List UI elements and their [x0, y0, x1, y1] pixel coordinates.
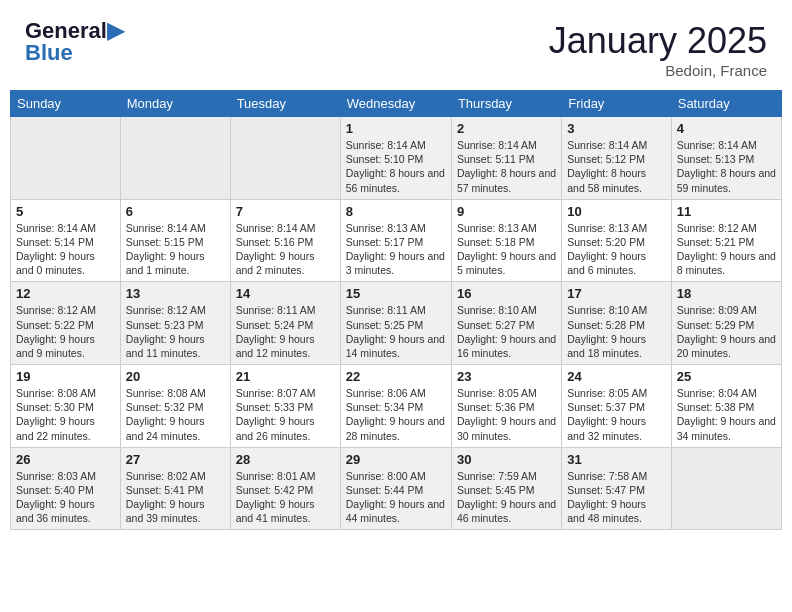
day-info: Sunrise: 8:14 AM Sunset: 5:15 PM Dayligh… — [126, 221, 225, 278]
day-info: Sunrise: 8:05 AM Sunset: 5:36 PM Dayligh… — [457, 386, 556, 443]
title-block: January 2025 Bedoin, France — [549, 20, 767, 79]
day-number: 22 — [346, 369, 446, 384]
calendar-cell: 31Sunrise: 7:58 AM Sunset: 5:47 PM Dayli… — [562, 447, 671, 530]
day-info: Sunrise: 8:05 AM Sunset: 5:37 PM Dayligh… — [567, 386, 665, 443]
calendar-cell: 1Sunrise: 8:14 AM Sunset: 5:10 PM Daylig… — [340, 117, 451, 200]
calendar-cell: 20Sunrise: 8:08 AM Sunset: 5:32 PM Dayli… — [120, 365, 230, 448]
day-info: Sunrise: 8:14 AM Sunset: 5:16 PM Dayligh… — [236, 221, 335, 278]
day-number: 31 — [567, 452, 665, 467]
day-info: Sunrise: 8:14 AM Sunset: 5:11 PM Dayligh… — [457, 138, 556, 195]
day-info: Sunrise: 7:59 AM Sunset: 5:45 PM Dayligh… — [457, 469, 556, 526]
day-info: Sunrise: 8:08 AM Sunset: 5:30 PM Dayligh… — [16, 386, 115, 443]
calendar-week-row: 1Sunrise: 8:14 AM Sunset: 5:10 PM Daylig… — [11, 117, 782, 200]
calendar-cell: 14Sunrise: 8:11 AM Sunset: 5:24 PM Dayli… — [230, 282, 340, 365]
day-number: 10 — [567, 204, 665, 219]
logo-blue: Blue — [25, 40, 73, 66]
day-info: Sunrise: 8:10 AM Sunset: 5:28 PM Dayligh… — [567, 303, 665, 360]
day-info: Sunrise: 8:14 AM Sunset: 5:10 PM Dayligh… — [346, 138, 446, 195]
calendar-cell: 7Sunrise: 8:14 AM Sunset: 5:16 PM Daylig… — [230, 199, 340, 282]
page-header: General▶ Blue January 2025 Bedoin, Franc… — [10, 10, 782, 84]
day-info: Sunrise: 8:14 AM Sunset: 5:12 PM Dayligh… — [567, 138, 665, 195]
day-number: 25 — [677, 369, 776, 384]
day-info: Sunrise: 8:14 AM Sunset: 5:14 PM Dayligh… — [16, 221, 115, 278]
day-info: Sunrise: 8:06 AM Sunset: 5:34 PM Dayligh… — [346, 386, 446, 443]
calendar-cell: 23Sunrise: 8:05 AM Sunset: 5:36 PM Dayli… — [451, 365, 561, 448]
day-number: 9 — [457, 204, 556, 219]
day-number: 14 — [236, 286, 335, 301]
calendar-cell: 22Sunrise: 8:06 AM Sunset: 5:34 PM Dayli… — [340, 365, 451, 448]
day-header-monday: Monday — [120, 91, 230, 117]
calendar-cell — [230, 117, 340, 200]
calendar-cell: 16Sunrise: 8:10 AM Sunset: 5:27 PM Dayli… — [451, 282, 561, 365]
calendar-cell: 13Sunrise: 8:12 AM Sunset: 5:23 PM Dayli… — [120, 282, 230, 365]
calendar-cell: 21Sunrise: 8:07 AM Sunset: 5:33 PM Dayli… — [230, 365, 340, 448]
day-number: 16 — [457, 286, 556, 301]
day-number: 15 — [346, 286, 446, 301]
day-number: 28 — [236, 452, 335, 467]
calendar-cell: 2Sunrise: 8:14 AM Sunset: 5:11 PM Daylig… — [451, 117, 561, 200]
day-header-wednesday: Wednesday — [340, 91, 451, 117]
calendar-cell: 30Sunrise: 7:59 AM Sunset: 5:45 PM Dayli… — [451, 447, 561, 530]
calendar-week-row: 26Sunrise: 8:03 AM Sunset: 5:40 PM Dayli… — [11, 447, 782, 530]
location: Bedoin, France — [549, 62, 767, 79]
day-info: Sunrise: 8:08 AM Sunset: 5:32 PM Dayligh… — [126, 386, 225, 443]
month-title: January 2025 — [549, 20, 767, 62]
day-info: Sunrise: 8:13 AM Sunset: 5:18 PM Dayligh… — [457, 221, 556, 278]
day-info: Sunrise: 8:07 AM Sunset: 5:33 PM Dayligh… — [236, 386, 335, 443]
calendar-week-row: 12Sunrise: 8:12 AM Sunset: 5:22 PM Dayli… — [11, 282, 782, 365]
calendar-cell: 12Sunrise: 8:12 AM Sunset: 5:22 PM Dayli… — [11, 282, 121, 365]
day-header-thursday: Thursday — [451, 91, 561, 117]
day-info: Sunrise: 8:00 AM Sunset: 5:44 PM Dayligh… — [346, 469, 446, 526]
calendar-cell: 10Sunrise: 8:13 AM Sunset: 5:20 PM Dayli… — [562, 199, 671, 282]
calendar-header-row: SundayMondayTuesdayWednesdayThursdayFrid… — [11, 91, 782, 117]
calendar-cell: 18Sunrise: 8:09 AM Sunset: 5:29 PM Dayli… — [671, 282, 781, 365]
day-number: 17 — [567, 286, 665, 301]
calendar-cell: 5Sunrise: 8:14 AM Sunset: 5:14 PM Daylig… — [11, 199, 121, 282]
calendar-cell: 11Sunrise: 8:12 AM Sunset: 5:21 PM Dayli… — [671, 199, 781, 282]
logo-text: General▶ — [25, 20, 124, 42]
day-info: Sunrise: 7:58 AM Sunset: 5:47 PM Dayligh… — [567, 469, 665, 526]
calendar-cell — [120, 117, 230, 200]
day-info: Sunrise: 8:13 AM Sunset: 5:17 PM Dayligh… — [346, 221, 446, 278]
calendar-cell: 15Sunrise: 8:11 AM Sunset: 5:25 PM Dayli… — [340, 282, 451, 365]
calendar-cell: 6Sunrise: 8:14 AM Sunset: 5:15 PM Daylig… — [120, 199, 230, 282]
day-number: 2 — [457, 121, 556, 136]
day-info: Sunrise: 8:02 AM Sunset: 5:41 PM Dayligh… — [126, 469, 225, 526]
day-number: 13 — [126, 286, 225, 301]
day-info: Sunrise: 8:13 AM Sunset: 5:20 PM Dayligh… — [567, 221, 665, 278]
calendar-cell: 25Sunrise: 8:04 AM Sunset: 5:38 PM Dayli… — [671, 365, 781, 448]
calendar-cell: 17Sunrise: 8:10 AM Sunset: 5:28 PM Dayli… — [562, 282, 671, 365]
calendar-cell: 3Sunrise: 8:14 AM Sunset: 5:12 PM Daylig… — [562, 117, 671, 200]
calendar-cell: 27Sunrise: 8:02 AM Sunset: 5:41 PM Dayli… — [120, 447, 230, 530]
day-info: Sunrise: 8:03 AM Sunset: 5:40 PM Dayligh… — [16, 469, 115, 526]
day-info: Sunrise: 8:12 AM Sunset: 5:23 PM Dayligh… — [126, 303, 225, 360]
day-number: 7 — [236, 204, 335, 219]
calendar-week-row: 19Sunrise: 8:08 AM Sunset: 5:30 PM Dayli… — [11, 365, 782, 448]
day-number: 5 — [16, 204, 115, 219]
day-number: 1 — [346, 121, 446, 136]
calendar-cell — [671, 447, 781, 530]
day-number: 12 — [16, 286, 115, 301]
day-header-saturday: Saturday — [671, 91, 781, 117]
day-number: 24 — [567, 369, 665, 384]
day-number: 21 — [236, 369, 335, 384]
day-number: 20 — [126, 369, 225, 384]
logo: General▶ Blue — [25, 20, 124, 66]
calendar-cell: 9Sunrise: 8:13 AM Sunset: 5:18 PM Daylig… — [451, 199, 561, 282]
day-info: Sunrise: 8:11 AM Sunset: 5:24 PM Dayligh… — [236, 303, 335, 360]
day-info: Sunrise: 8:09 AM Sunset: 5:29 PM Dayligh… — [677, 303, 776, 360]
day-number: 30 — [457, 452, 556, 467]
day-info: Sunrise: 8:01 AM Sunset: 5:42 PM Dayligh… — [236, 469, 335, 526]
calendar-week-row: 5Sunrise: 8:14 AM Sunset: 5:14 PM Daylig… — [11, 199, 782, 282]
calendar-cell: 4Sunrise: 8:14 AM Sunset: 5:13 PM Daylig… — [671, 117, 781, 200]
calendar-table: SundayMondayTuesdayWednesdayThursdayFrid… — [10, 90, 782, 530]
day-number: 26 — [16, 452, 115, 467]
day-number: 3 — [567, 121, 665, 136]
calendar-cell: 26Sunrise: 8:03 AM Sunset: 5:40 PM Dayli… — [11, 447, 121, 530]
day-number: 23 — [457, 369, 556, 384]
day-info: Sunrise: 8:10 AM Sunset: 5:27 PM Dayligh… — [457, 303, 556, 360]
calendar-cell: 28Sunrise: 8:01 AM Sunset: 5:42 PM Dayli… — [230, 447, 340, 530]
day-info: Sunrise: 8:04 AM Sunset: 5:38 PM Dayligh… — [677, 386, 776, 443]
day-number: 19 — [16, 369, 115, 384]
calendar-cell — [11, 117, 121, 200]
